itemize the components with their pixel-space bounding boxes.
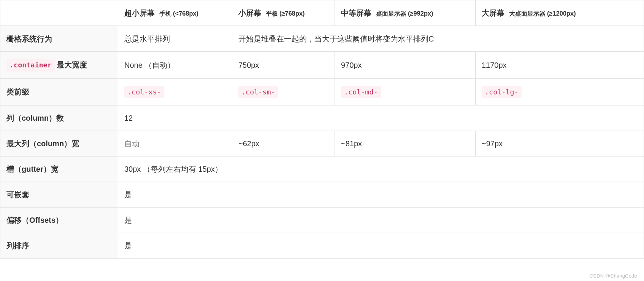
row-maxcol-lg: ~97px [476, 131, 644, 156]
header-sm-main: 小屏幕 [238, 9, 261, 17]
row-behavior: 栅格系统行为 总是水平排列 开始是堆叠在一起的，当大于这些阈值时将变为水平排列C [0, 26, 644, 52]
row-gutter-val: 30px （每列左右均有 15px） [118, 156, 644, 182]
row-prefix-md: .col-md- [335, 78, 476, 105]
row-prefix-label: 类前缀 [0, 78, 118, 105]
row-columns-val: 12 [118, 105, 644, 131]
header-lg-sub: 大桌面显示器 (≥1200px) [509, 10, 576, 17]
header-xs-sub: 手机 (<768px) [159, 10, 199, 17]
row-ordering: 列排序 是 [0, 233, 644, 259]
row-maxcol-sm: ~62px [232, 131, 335, 156]
header-sm-sub: 平板 (≥768px) [266, 10, 305, 17]
row-columns-label: 列（column）数 [0, 105, 118, 131]
row-maxcol-md: ~81px [335, 131, 476, 156]
grid-options-table: 超小屏幕 手机 (<768px) 小屏幕 平板 (≥768px) 中等屏幕 桌面… [0, 0, 644, 259]
row-behavior-merged: 开始是堆叠在一起的，当大于这些阈值时将变为水平排列C [232, 26, 644, 52]
row-container-md: 970px [335, 52, 476, 79]
row-nestable: 可嵌套 是 [0, 182, 644, 208]
prefix-sm-code: .col-sm- [238, 86, 278, 99]
row-maxcol-label: 最大列（column）宽 [0, 131, 118, 156]
row-container: .container 最大宽度 None （自动） 750px 970px 11… [0, 52, 644, 79]
row-gutter: 槽（gutter）宽 30px （每列左右均有 15px） [0, 156, 644, 182]
header-xs: 超小屏幕 手机 (<768px) [118, 0, 232, 26]
row-gutter-label: 槽（gutter）宽 [0, 156, 118, 182]
row-prefix: 类前缀 .col-xs- .col-sm- .col-md- .col-lg- [0, 78, 644, 105]
row-container-xs: None （自动） [118, 52, 232, 79]
row-maxcol-xs: 自动 [118, 131, 232, 156]
row-columns: 列（column）数 12 [0, 105, 644, 131]
header-xs-main: 超小屏幕 [124, 9, 155, 17]
container-code: .container [6, 59, 55, 72]
header-md: 中等屏幕 桌面显示器 (≥992px) [335, 0, 476, 26]
row-offsets-val: 是 [118, 208, 644, 233]
prefix-lg-code: .col-lg- [482, 86, 522, 99]
row-container-label: .container 最大宽度 [0, 52, 118, 79]
row-prefix-lg: .col-lg- [476, 78, 644, 105]
row-behavior-label: 栅格系统行为 [0, 26, 118, 52]
header-lg-main: 大屏幕 [482, 9, 504, 17]
row-nestable-val: 是 [118, 182, 644, 208]
row-nestable-label: 可嵌套 [0, 182, 118, 208]
header-md-main: 中等屏幕 [341, 9, 371, 17]
header-corner [0, 0, 118, 26]
row-container-sm: 750px [232, 52, 335, 79]
row-offsets-label: 偏移（Offsets） [0, 208, 118, 233]
prefix-md-code: .col-md- [341, 86, 381, 99]
header-md-sub: 桌面显示器 (≥992px) [376, 10, 433, 17]
row-prefix-xs: .col-xs- [118, 78, 232, 105]
row-prefix-sm: .col-sm- [232, 78, 335, 105]
table-header-row: 超小屏幕 手机 (<768px) 小屏幕 平板 (≥768px) 中等屏幕 桌面… [0, 0, 644, 26]
row-behavior-xs: 总是水平排列 [118, 26, 232, 52]
prefix-xs-code: .col-xs- [124, 86, 164, 99]
header-sm: 小屏幕 平板 (≥768px) [232, 0, 335, 26]
row-maxcol: 最大列（column）宽 自动 ~62px ~81px ~97px [0, 131, 644, 156]
container-label-suffix: 最大宽度 [57, 61, 87, 69]
header-lg: 大屏幕 大桌面显示器 (≥1200px) [476, 0, 644, 26]
row-container-lg: 1170px [476, 52, 644, 79]
row-ordering-label: 列排序 [0, 233, 118, 259]
row-ordering-val: 是 [118, 233, 644, 259]
row-offsets: 偏移（Offsets） 是 [0, 208, 644, 233]
